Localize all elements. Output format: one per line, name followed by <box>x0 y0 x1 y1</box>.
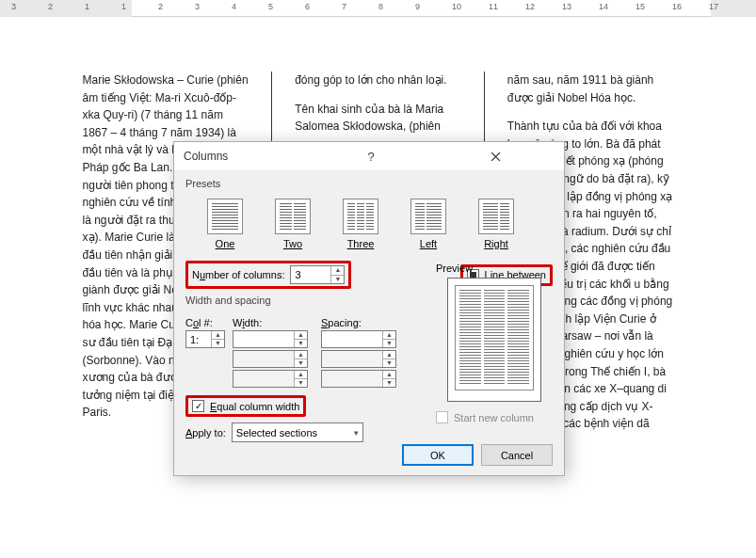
number-of-columns-label: Number of columns: <box>192 269 284 280</box>
equal-width-label: Equal column width <box>210 401 299 412</box>
number-of-columns-highlight: Number of columns: ▲▼ <box>185 261 351 289</box>
preset-right[interactable]: Right <box>475 199 517 249</box>
close-icon <box>491 151 501 162</box>
presets-row: One Two Three Left Right <box>185 193 553 253</box>
close-button[interactable] <box>433 145 558 167</box>
col-index-spinner[interactable]: ▲▼ <box>185 330 225 348</box>
ok-button[interactable]: OK <box>402 444 474 466</box>
preview-box <box>447 278 541 402</box>
preset-left-label: Left <box>420 238 437 249</box>
dialog-title: Columns <box>184 150 309 163</box>
width-spinner-1[interactable]: ▲▼ <box>233 330 308 348</box>
preset-three[interactable]: Three <box>340 199 381 249</box>
presets-label: Presets <box>185 178 553 189</box>
equal-width-checkbox[interactable]: ✓ <box>192 400 204 412</box>
cancel-button[interactable]: Cancel <box>481 444 553 466</box>
apply-to-select[interactable]: Selected sections ▾ <box>232 422 363 442</box>
preset-one[interactable]: One <box>204 199 246 249</box>
preset-left[interactable]: Left <box>408 199 449 249</box>
spin-up-icon[interactable]: ▲ <box>331 266 344 276</box>
apply-to-value: Selected sections <box>236 427 317 438</box>
col2-para1: đóng góp to lớn cho nhân loại. <box>295 72 461 89</box>
help-button[interactable]: ? <box>309 150 434 164</box>
start-new-column-row: Start new column <box>436 411 553 423</box>
preset-one-label: One <box>216 238 235 249</box>
number-of-columns-input[interactable] <box>291 266 330 283</box>
preset-three-label: Three <box>347 238 375 249</box>
preset-two[interactable]: Two <box>272 199 314 249</box>
preset-two-label: Two <box>283 238 302 249</box>
spin-down-icon[interactable]: ▼ <box>331 276 344 284</box>
width-input-1[interactable] <box>233 331 294 347</box>
columns-dialog: Columns ? Presets One Two Three Left <box>173 141 565 476</box>
horizontal-ruler: 3211234567891011121314151617 <box>0 0 756 17</box>
apply-to-label: Apply to: <box>185 427 226 438</box>
col2-para2: Tên khai sinh của bà là Maria Salomea Sk… <box>295 101 461 136</box>
dialog-titlebar: Columns ? <box>174 142 564 170</box>
preview-label: Preview <box>436 263 553 274</box>
equal-width-highlight: ✓ Equal column width <box>185 395 306 417</box>
number-of-columns-spinner[interactable]: ▲▼ <box>290 265 345 284</box>
start-new-column-label: Start new column <box>454 412 534 423</box>
chevron-down-icon: ▾ <box>354 428 359 438</box>
start-new-column-checkbox <box>436 411 448 423</box>
spacing-input-1[interactable] <box>322 331 382 347</box>
col-index-input[interactable] <box>186 331 211 347</box>
spacing-spinner-1[interactable]: ▲▼ <box>321 330 396 348</box>
